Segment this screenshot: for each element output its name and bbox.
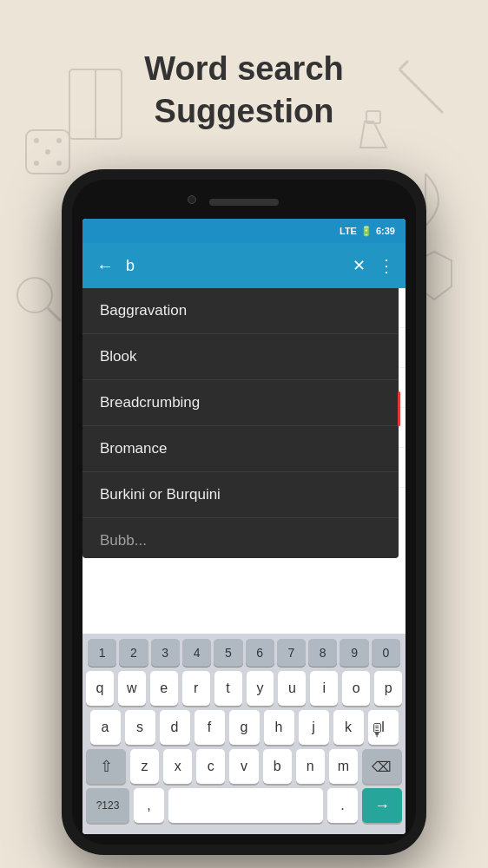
key-1[interactable]: 1 — [88, 639, 116, 667]
key-a[interactable]: a — [90, 710, 121, 745]
phone-screen: LTE 🔋 6:39 ← b ✕ ⋮ Aff... Agn... Alc... — [82, 219, 406, 834]
keyboard-row-1: q w e r t y u i o p — [86, 671, 402, 706]
svg-point-2 — [56, 138, 62, 143]
time-display: 6:39 — [376, 226, 395, 236]
key-j[interactable]: j — [299, 710, 329, 745]
key-5[interactable]: 5 — [214, 639, 242, 667]
key-9[interactable]: 9 — [340, 639, 368, 667]
phone-camera — [188, 195, 196, 204]
key-3[interactable]: 3 — [151, 639, 180, 667]
key-p[interactable]: p — [374, 671, 402, 706]
key-o[interactable]: o — [342, 671, 370, 706]
key-4[interactable]: 4 — [182, 639, 211, 667]
key-s[interactable]: s — [125, 710, 155, 745]
clear-button[interactable]: ✕ — [353, 256, 366, 275]
key-d[interactable]: d — [160, 710, 190, 745]
svg-point-3 — [45, 149, 50, 155]
key-f[interactable]: f — [195, 710, 225, 745]
key-8[interactable]: 8 — [308, 639, 337, 667]
key-u[interactable]: u — [278, 671, 306, 706]
key-t[interactable]: t — [214, 671, 242, 706]
phone-frame: LTE 🔋 6:39 ← b ✕ ⋮ Aff... Agn... Alc... — [62, 169, 426, 855]
key-m[interactable]: m — [329, 749, 358, 784]
numbers-switch-key[interactable]: ?123 — [86, 788, 129, 823]
suggestion-dropdown: Baggravation Blook Breadcrumbing Bromanc… — [82, 288, 399, 558]
key-c[interactable]: c — [196, 749, 225, 784]
key-x[interactable]: x — [163, 749, 192, 784]
status-bar: LTE 🔋 6:39 — [82, 219, 406, 243]
svg-point-1 — [34, 138, 39, 143]
svg-line-12 — [48, 308, 61, 321]
suggestion-item-breadcrumbing[interactable]: Breadcrumbing — [82, 380, 399, 426]
numbers-row: 1 2 3 4 5 6 7 8 9 0 — [86, 639, 402, 667]
key-k[interactable]: k — [333, 710, 364, 745]
network-indicator: LTE — [340, 226, 357, 236]
key-g[interactable]: g — [229, 710, 260, 745]
key-2[interactable]: 2 — [119, 639, 148, 667]
key-6[interactable]: 6 — [246, 639, 274, 667]
battery-icon: 🔋 — [360, 226, 373, 237]
scroll-indicator — [398, 391, 400, 426]
key-z[interactable]: z — [130, 749, 159, 784]
svg-point-11 — [17, 278, 52, 312]
key-h[interactable]: h — [264, 710, 294, 745]
key-n[interactable]: n — [296, 749, 325, 784]
suggestion-item-bubb[interactable]: Bubb... — [82, 518, 399, 558]
search-input[interactable]: b — [126, 257, 344, 275]
key-e[interactable]: e — [150, 671, 178, 706]
key-q[interactable]: q — [86, 671, 114, 706]
enter-key[interactable]: → — [362, 788, 402, 823]
space-key[interactable] — [168, 788, 323, 823]
svg-point-4 — [34, 161, 39, 166]
svg-point-5 — [56, 161, 62, 166]
content-area: Aff... Agn... Alc... App... App... Baggr… — [82, 288, 406, 634]
page-title: Word search Suggestion — [0, 48, 488, 134]
shift-key[interactable]: ⇧ — [86, 749, 126, 784]
suggestion-item-blook[interactable]: Blook — [82, 334, 399, 380]
key-b[interactable]: b — [263, 749, 292, 784]
microphone-icon[interactable]: 🎙 — [369, 720, 386, 740]
key-w[interactable]: w — [118, 671, 146, 706]
toolbar: ← b ✕ ⋮ — [82, 243, 406, 288]
status-icons: LTE 🔋 6:39 — [340, 226, 395, 237]
keyboard-row-4: ?123 , . → — [86, 788, 402, 823]
keyboard-row-2: a s d f g h j k l — [86, 710, 402, 745]
key-7[interactable]: 7 — [277, 639, 306, 667]
phone-speaker — [209, 199, 279, 206]
comma-key[interactable]: , — [134, 788, 164, 823]
key-i[interactable]: i — [310, 671, 338, 706]
period-key[interactable]: . — [327, 788, 358, 823]
key-0[interactable]: 0 — [372, 639, 400, 667]
suggestion-item-burkini[interactable]: Burkini or Burquini — [82, 472, 399, 518]
back-button[interactable]: ← — [93, 256, 117, 276]
key-r[interactable]: r — [182, 671, 210, 706]
key-y[interactable]: y — [247, 671, 274, 706]
phone-inner: LTE 🔋 6:39 ← b ✕ ⋮ Aff... Agn... Alc... — [72, 180, 416, 845]
key-v[interactable]: v — [229, 749, 258, 784]
suggestion-item-baggravation[interactable]: Baggravation — [82, 288, 399, 334]
keyboard-row-3: ⇧ z x c v b n m ⌫ — [86, 749, 402, 784]
keyboard-area: 1 2 3 4 5 6 7 8 9 0 q w e r t — [82, 634, 406, 834]
menu-button[interactable]: ⋮ — [378, 255, 395, 276]
suggestion-item-bromance[interactable]: Bromance — [82, 426, 399, 472]
delete-key[interactable]: ⌫ — [362, 749, 402, 784]
